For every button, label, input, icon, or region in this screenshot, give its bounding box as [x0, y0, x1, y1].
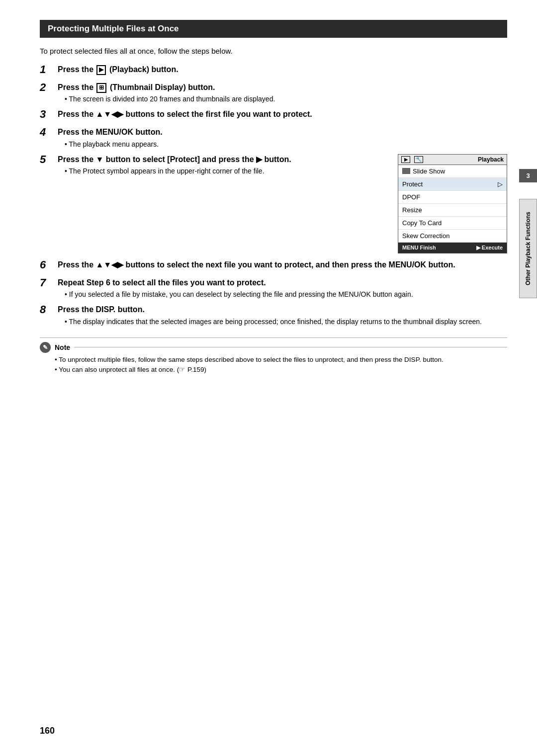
menu-row-protect: Protect ▷	[398, 178, 507, 191]
step-6-title: Press the ▲▼◀▶ buttons to select the nex…	[58, 259, 507, 270]
step-4: 4 Press the MENU/OK button. The playback…	[40, 127, 507, 148]
step-3-title: Press the ▲▼◀▶ buttons to select the fir…	[58, 109, 507, 120]
step-8-bullet: The display indicates that the selected …	[65, 318, 507, 326]
menu-row-slideshow-label: Slide Show	[413, 168, 445, 175]
menu-row-dpof-label: DPOF	[402, 193, 420, 201]
step-1-number: 1	[40, 63, 58, 76]
step-5: 5 Press the ▼ button to select [Protect]…	[40, 154, 507, 253]
step-2-number: 2	[40, 81, 58, 94]
chapter-number: 3	[519, 169, 537, 182]
menu-header-label: Playback	[478, 156, 504, 163]
menu-row-protect-arrow: ▷	[498, 180, 503, 188]
intro-text: To protect selected files all at once, f…	[40, 47, 507, 55]
menu-row-skew: Skew Correction	[398, 230, 507, 243]
step-5-title: Press the ▼ button to select [Protect] a…	[58, 154, 388, 165]
menu-footer-execute: ▶ Execute	[476, 245, 503, 251]
step-7: 7 Repeat Step 6 to select all the files …	[40, 277, 507, 298]
step-1: 1 Press the ▶ (Playback) button.	[40, 64, 507, 76]
step-2-title: Press the ⊞ (Thumbnail Display) button.	[58, 82, 507, 93]
note-bullet-2: You can also unprotect all files at once…	[55, 365, 507, 373]
step-2-bullet: The screen is divided into 20 frames and…	[65, 95, 507, 103]
note-header: ✎ Note	[40, 342, 507, 353]
menu-header: ▶ 🔧 Playback	[398, 155, 507, 165]
step-8-number: 8	[40, 303, 58, 316]
menu-row-dpof: DPOF	[398, 191, 507, 204]
step-6-number: 6	[40, 258, 58, 271]
step-2: 2 Press the ⊞ (Thumbnail Display) button…	[40, 82, 507, 103]
step-4-number: 4	[40, 126, 58, 139]
step-8-content: Press the DISP. button. The display indi…	[58, 304, 507, 325]
page-container: Protecting Multiple Files at Once To pro…	[0, 0, 537, 756]
page-number: 160	[40, 726, 55, 736]
menu-row-copy: Copy To Card	[398, 217, 507, 230]
menu-footer: MENU Finish ▶ Execute	[398, 243, 507, 253]
step-7-bullet: If you selected a file by mistake, you c…	[65, 290, 507, 298]
step-4-content: Press the MENU/OK button. The playback m…	[58, 127, 507, 148]
playback-icon: ▶	[96, 65, 106, 75]
note-section: ✎ Note To unprotect multiple files, foll…	[40, 337, 507, 373]
step-4-title: Press the MENU/OK button.	[58, 127, 507, 138]
note-divider	[74, 347, 507, 347]
note-icon: ✎	[40, 342, 51, 353]
step-5-number: 5	[40, 153, 58, 166]
menu-play-icon: ▶	[401, 156, 410, 163]
step-1-content: Press the ▶ (Playback) button.	[58, 64, 507, 75]
step-1-title: Press the ▶ (Playback) button.	[58, 64, 507, 75]
step-7-content: Repeat Step 6 to select all the files yo…	[58, 277, 507, 298]
step-3-number: 3	[40, 108, 58, 121]
thumbnail-icon: ⊞	[96, 83, 106, 93]
step-4-bullet: The playback menu appears.	[65, 140, 507, 148]
step-5-content: Press the ▼ button to select [Protect] a…	[58, 154, 507, 253]
menu-row-protect-label: Protect	[402, 180, 423, 188]
menu-row-slideshow: Slide Show	[398, 165, 507, 178]
menu-tool-icon: 🔧	[414, 156, 423, 163]
menu-row-resize: Resize	[398, 204, 507, 217]
menu-row-copy-label: Copy To Card	[402, 219, 442, 227]
step-8: 8 Press the DISP. button. The display in…	[40, 304, 507, 325]
step-3: 3 Press the ▲▼◀▶ buttons to select the f…	[40, 109, 507, 121]
step-5-bullet: The Protect symbol appears in the upper-…	[65, 167, 388, 175]
step-5-layout: Press the ▼ button to select [Protect] a…	[58, 154, 507, 253]
step-3-content: Press the ▲▼◀▶ buttons to select the fir…	[58, 109, 507, 120]
step-8-title: Press the DISP. button.	[58, 304, 507, 315]
section-header: Protecting Multiple Files at Once	[40, 20, 507, 38]
sidebar-label: Other Playback Functions	[519, 199, 537, 298]
menu-header-left: ▶ 🔧	[401, 156, 423, 163]
menu-row-slideshow-icon-box	[402, 168, 410, 174]
menu-row-resize-label: Resize	[402, 206, 422, 214]
step-7-number: 7	[40, 276, 58, 289]
menu-screenshot: ▶ 🔧 Playback Slide Show Protect ▷	[398, 154, 507, 253]
step-2-content: Press the ⊞ (Thumbnail Display) button. …	[58, 82, 507, 103]
step-7-title: Repeat Step 6 to select all the files yo…	[58, 277, 507, 288]
step-6: 6 Press the ▲▼◀▶ buttons to select the n…	[40, 259, 507, 271]
menu-row-skew-label: Skew Correction	[402, 232, 449, 240]
step-6-content: Press the ▲▼◀▶ buttons to select the nex…	[58, 259, 507, 270]
note-bullet-1: To unprotect multiple files, follow the …	[55, 356, 507, 363]
menu-footer-finish: MENU Finish	[402, 245, 436, 251]
step-5-text: Press the ▼ button to select [Protect] a…	[58, 154, 388, 175]
note-label: Note	[55, 343, 70, 351]
